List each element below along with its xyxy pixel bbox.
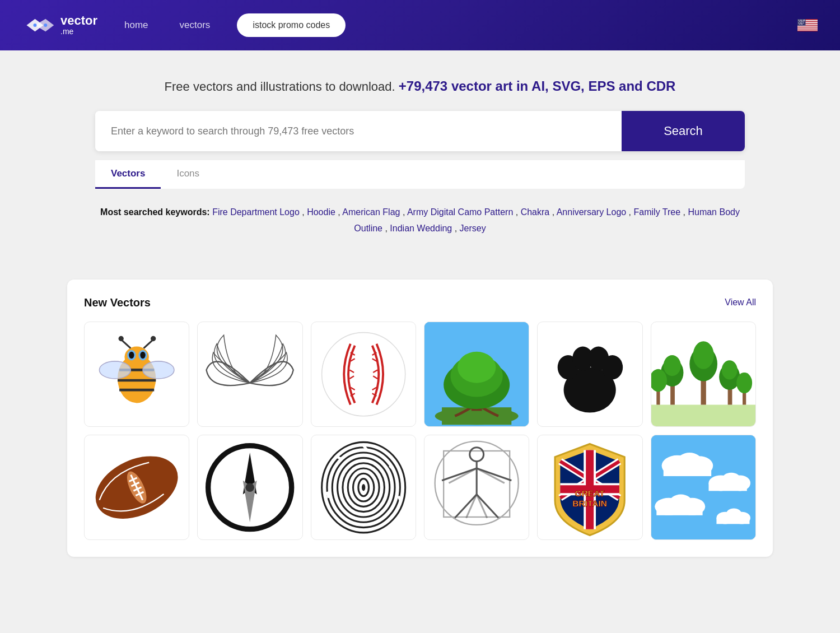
svg-point-37 — [140, 351, 145, 358]
svg-text:BRITAIN: BRITAIN — [573, 499, 608, 508]
vector-card-fingerprint[interactable] — [311, 435, 416, 540]
svg-rect-9 — [797, 27, 818, 29]
view-all-link[interactable]: View All — [725, 297, 756, 308]
svg-point-3 — [44, 24, 47, 27]
vector-card-britain[interactable]: GREAT BRITAIN — [537, 435, 642, 540]
bee-svg — [85, 322, 189, 426]
keyword-army-camo[interactable]: Army Digital Camo Pattern — [407, 207, 513, 217]
svg-rect-69 — [651, 404, 755, 426]
svg-point-63 — [458, 351, 496, 383]
logo-text: vector.me — [60, 13, 97, 36]
svg-rect-10 — [797, 30, 818, 31]
tab-vectors[interactable]: Vectors — [95, 160, 161, 189]
trees-svg — [651, 322, 755, 426]
section-title: New Vectors — [84, 296, 151, 309]
keyword-chakra[interactable]: Chakra — [521, 207, 550, 217]
site-header: vector.me home vectors istock promo code… — [0, 0, 840, 50]
svg-point-103 — [362, 484, 365, 491]
us-flag-icon: ★★★★★★ ★★★★ ★★★★ ★★★ — [797, 19, 818, 31]
paw-svg — [538, 322, 642, 426]
svg-line-119 — [466, 495, 477, 518]
vector-card-paw[interactable] — [537, 322, 642, 427]
search-bar: Search — [95, 111, 745, 151]
search-tabs: Vectors Icons — [95, 160, 745, 189]
svg-rect-139 — [708, 483, 746, 491]
keyword-family-tree[interactable]: Family Tree — [634, 207, 681, 217]
keywords-label: Most searched keywords: — [100, 207, 210, 217]
svg-rect-135 — [663, 466, 711, 476]
tree-svg — [424, 322, 529, 426]
britain-svg: GREAT BRITAIN — [538, 435, 642, 539]
svg-point-94 — [246, 483, 255, 492]
keyword-indian-wedding[interactable]: Indian Wedding — [390, 224, 452, 233]
vector-card-tree[interactable] — [424, 322, 529, 427]
svg-point-68 — [602, 355, 623, 379]
svg-point-36 — [129, 351, 134, 358]
vector-card-compass[interactable] — [197, 435, 302, 540]
keyword-anniversary[interactable]: Anniversary Logo — [557, 207, 627, 217]
keyword-hoodie[interactable]: Hoodie — [307, 207, 335, 217]
hero-subtitle: Free vectors and illustrations to downlo… — [22, 78, 818, 94]
vitruvian-svg — [424, 435, 529, 539]
svg-point-82 — [736, 373, 752, 393]
vector-card-trees[interactable] — [651, 322, 756, 427]
logo-subtext: .me — [60, 27, 97, 36]
section-header: New Vectors View All — [84, 296, 756, 309]
nav-vectors[interactable]: vectors — [175, 17, 215, 33]
svg-text:★: ★ — [801, 23, 803, 25]
svg-line-107 — [327, 492, 329, 498]
keywords-section: Most searched keywords: Fire Department … — [95, 204, 745, 237]
keyword-american-flag[interactable]: American Flag — [342, 207, 400, 217]
vector-card-bee[interactable] — [84, 322, 189, 427]
clouds-svg — [651, 435, 755, 539]
hero-section: Free vectors and illustrations to downlo… — [0, 50, 840, 259]
svg-point-43 — [151, 336, 156, 341]
promo-button[interactable]: istock promo codes — [237, 13, 346, 37]
svg-point-41 — [119, 336, 124, 341]
logo[interactable]: vector.me — [22, 14, 97, 36]
baseball-svg — [311, 322, 416, 426]
compass-svg — [198, 435, 302, 539]
vector-card-wings[interactable] — [197, 322, 302, 427]
vectors-grid: GREAT BRITAIN — [84, 322, 756, 541]
football-svg — [85, 435, 189, 539]
new-vectors-section: New Vectors View All — [67, 280, 773, 557]
svg-rect-143 — [656, 506, 702, 515]
svg-point-78 — [721, 360, 737, 379]
svg-point-44 — [321, 332, 405, 416]
svg-rect-147 — [716, 518, 749, 524]
svg-line-118 — [477, 495, 498, 518]
svg-point-72 — [693, 341, 713, 369]
vector-card-vitruvian[interactable] — [424, 435, 529, 540]
svg-line-104 — [363, 446, 368, 451]
svg-rect-8 — [797, 26, 818, 27]
svg-point-39 — [143, 361, 174, 378]
svg-line-120 — [477, 495, 487, 518]
svg-line-117 — [455, 495, 477, 518]
fingerprint-svg — [311, 435, 416, 539]
svg-text:GREAT: GREAT — [575, 488, 605, 498]
keyword-jersey[interactable]: Jersey — [460, 224, 486, 233]
svg-point-38 — [99, 361, 130, 378]
wings-svg — [198, 322, 302, 426]
keyword-fire-dept[interactable]: Fire Department Logo — [212, 207, 300, 217]
tab-icons[interactable]: Icons — [161, 160, 215, 189]
svg-point-111 — [470, 448, 484, 462]
search-button[interactable]: Search — [622, 111, 745, 151]
logo-icon — [22, 14, 56, 36]
vector-card-clouds[interactable] — [651, 435, 756, 540]
vector-card-football[interactable] — [84, 435, 189, 540]
vector-card-baseball[interactable] — [311, 322, 416, 427]
search-input[interactable] — [95, 111, 622, 151]
svg-point-75 — [663, 355, 680, 376]
nav-home[interactable]: home — [120, 17, 153, 33]
svg-point-2 — [34, 24, 37, 27]
